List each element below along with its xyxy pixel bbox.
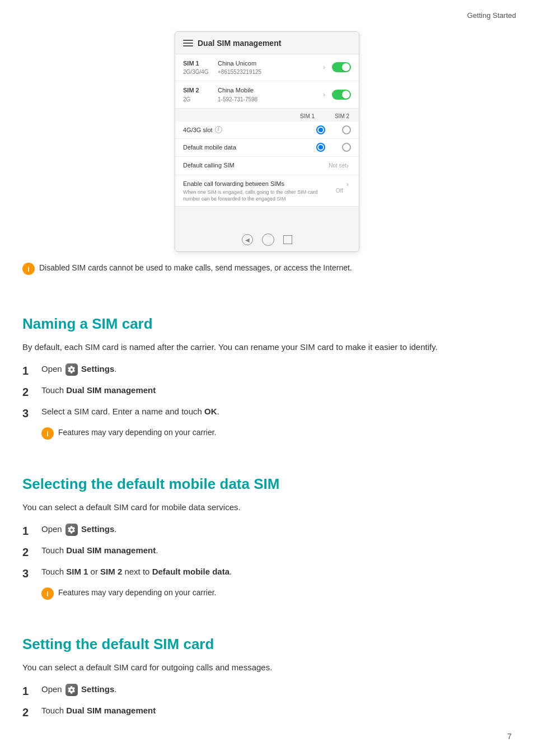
settings-icon-2 xyxy=(65,524,78,536)
main-content: Dual SIM management SIM 1 2G/3G/4G China… xyxy=(0,31,534,749)
sim1-number: +8615523219125 xyxy=(218,68,318,76)
section2-heading: Selecting the default mobile data SIM xyxy=(22,473,512,495)
default-calling-row[interactable]: Default calling SIM Not set › xyxy=(175,157,359,175)
section1-step2: 2 Touch Dual SIM management xyxy=(22,384,512,400)
4g-slot-label: 4G/3G slot i xyxy=(183,125,314,135)
section2-step2: 2 Touch Dual SIM management. xyxy=(22,544,512,560)
section3-step2: 2 Touch Dual SIM management xyxy=(22,704,512,720)
default-data-row[interactable]: Default mobile data xyxy=(175,139,359,157)
calling-sim-value: Not set xyxy=(329,161,346,170)
section3-step1: 1 Open Settings. xyxy=(22,683,512,699)
sim2-network: 2G xyxy=(183,95,213,104)
forwarding-desc: When one SIM is engaged, calls going to … xyxy=(183,189,332,202)
sim1-toggle[interactable] xyxy=(332,62,351,72)
section2-note-text: Features may vary depending on your carr… xyxy=(58,587,216,599)
sim2-name: SIM 2 xyxy=(183,86,213,95)
section1-steps: 1 Open Settings. 2 Touch Dual SIM manage… xyxy=(22,363,512,421)
default-data-sim1-radio[interactable] xyxy=(316,143,325,152)
section1-note: i Features may vary depending on your ca… xyxy=(41,427,512,440)
step-text: Open Settings. xyxy=(41,363,512,376)
settings-icon-1 xyxy=(65,363,78,376)
screen-blank-area xyxy=(175,207,359,229)
section1-body: By default, each SIM card is named after… xyxy=(22,340,512,354)
phone-screen: Dual SIM management SIM 1 2G/3G/4G China… xyxy=(175,31,359,253)
nav-back-button[interactable]: ◀ xyxy=(242,234,253,245)
section1-heading: Naming a SIM card xyxy=(22,313,512,335)
section1-note-text: Features may vary depending on your carr… xyxy=(58,427,216,438)
section3-body: You can select a default SIM card for ou… xyxy=(22,661,512,674)
nav-home-button[interactable] xyxy=(262,234,274,246)
step-text: Open Settings. xyxy=(41,523,512,536)
section1-step1: 1 Open Settings. xyxy=(22,363,512,379)
phone-mockup: Dual SIM management SIM 1 2G/3G/4G China… xyxy=(22,31,512,253)
default-data-label: Default mobile data xyxy=(183,143,314,152)
slot-info-icon: i xyxy=(215,126,222,133)
step-number: 1 xyxy=(22,683,35,699)
sim2-row[interactable]: SIM 2 2G China Mobile 1-592-731-7598 › xyxy=(175,81,359,109)
sim1-row[interactable]: SIM 1 2G/3G/4G China Unicom +86155232191… xyxy=(175,54,359,82)
default-data-sim2-radio[interactable] xyxy=(342,143,351,152)
sim-options-header: SIM 1 SIM 2 xyxy=(175,109,359,122)
section2-step1: 1 Open Settings. xyxy=(22,523,512,539)
section1-step3: 3 Select a SIM card. Enter a name and to… xyxy=(22,405,512,421)
4g-slot-sim2-radio[interactable] xyxy=(342,125,351,134)
section2-steps: 1 Open Settings. 2 Touch Dual SIM manage… xyxy=(22,523,512,581)
disabled-sim-text: Disabled SIM cards cannot be used to mak… xyxy=(39,262,352,274)
step-text: Select a SIM card. Enter a name and touc… xyxy=(41,405,512,418)
sim2-chevron-icon: › xyxy=(323,90,325,100)
calling-chevron-icon: › xyxy=(346,161,349,171)
sim1-label-block: SIM 1 2G/3G/4G xyxy=(183,59,213,77)
forwarding-chevron-icon: › xyxy=(346,179,349,189)
col-sim1-label: SIM 1 xyxy=(298,112,316,120)
section1-info-icon: i xyxy=(41,427,54,440)
step-number: 2 xyxy=(22,384,35,400)
sim2-label-block: SIM 2 2G xyxy=(183,86,213,104)
calling-sim-label: Default calling SIM xyxy=(183,161,329,170)
step-number: 3 xyxy=(22,405,35,421)
settings-icon-3 xyxy=(65,684,78,696)
sim1-chevron-icon: › xyxy=(323,62,325,72)
sim1-carrier: China Unicom xyxy=(218,59,318,68)
sim1-network: 2G/3G/4G xyxy=(183,68,213,76)
section2-body: You can select a default SIM card for mo… xyxy=(22,501,512,514)
disabled-info-icon: i xyxy=(22,263,35,275)
hamburger-icon xyxy=(183,40,193,46)
sim2-carrier-block: China Mobile 1-592-731-7598 xyxy=(218,86,318,104)
step-text: Open Settings. xyxy=(41,683,512,696)
step-number: 3 xyxy=(22,566,35,581)
step-number: 1 xyxy=(22,523,35,539)
step-number: 2 xyxy=(22,704,35,720)
sim1-carrier-block: China Unicom +8615523219125 xyxy=(218,59,318,77)
forwarding-title: Enable call forwarding between SIMs xyxy=(183,179,332,189)
screen-nav-bar: ◀ xyxy=(175,229,359,251)
step-text: Touch SIM 1 or SIM 2 next to Default mob… xyxy=(41,566,512,578)
sim1-name: SIM 1 xyxy=(183,59,213,68)
step-text: Touch Dual SIM management xyxy=(41,704,512,717)
4g-slot-sim1-radio[interactable] xyxy=(316,125,325,134)
section2-info-icon: i xyxy=(41,587,54,600)
col-sim2-label: SIM 2 xyxy=(333,112,351,120)
forwarding-value: Off xyxy=(336,186,343,195)
section2-note: i Features may vary depending on your ca… xyxy=(41,587,512,600)
forwarding-text-block: Enable call forwarding between SIMs When… xyxy=(183,179,332,203)
section3-heading: Setting the default SIM card xyxy=(22,633,512,655)
section2-step3: 3 Touch SIM 1 or SIM 2 next to Default m… xyxy=(22,566,512,581)
disabled-sim-note: i Disabled SIM cards cannot be used to m… xyxy=(22,262,512,275)
call-forwarding-row[interactable]: Enable call forwarding between SIMs When… xyxy=(175,175,359,207)
default-data-radio-group[interactable] xyxy=(316,143,351,152)
step-text: Touch Dual SIM management xyxy=(41,384,512,397)
step-text: Touch Dual SIM management. xyxy=(41,544,512,557)
4g-slot-row[interactable]: 4G/3G slot i xyxy=(175,122,359,139)
sim2-toggle[interactable] xyxy=(332,90,351,100)
nav-recent-button[interactable] xyxy=(283,235,292,244)
step-number: 1 xyxy=(22,363,35,379)
page-header: Getting Started xyxy=(0,0,534,26)
4g-slot-radio-group[interactable] xyxy=(316,125,351,134)
screen-header: Dual SIM management xyxy=(175,32,359,54)
sim2-number: 1-592-731-7598 xyxy=(218,95,318,104)
screen-title: Dual SIM management xyxy=(198,38,281,49)
page-number: 7 xyxy=(507,731,512,743)
section3-steps: 1 Open Settings. 2 Touch Dual SIM manage… xyxy=(22,683,512,720)
sim2-carrier: China Mobile xyxy=(218,86,318,95)
getting-started-label: Getting Started xyxy=(467,11,516,20)
